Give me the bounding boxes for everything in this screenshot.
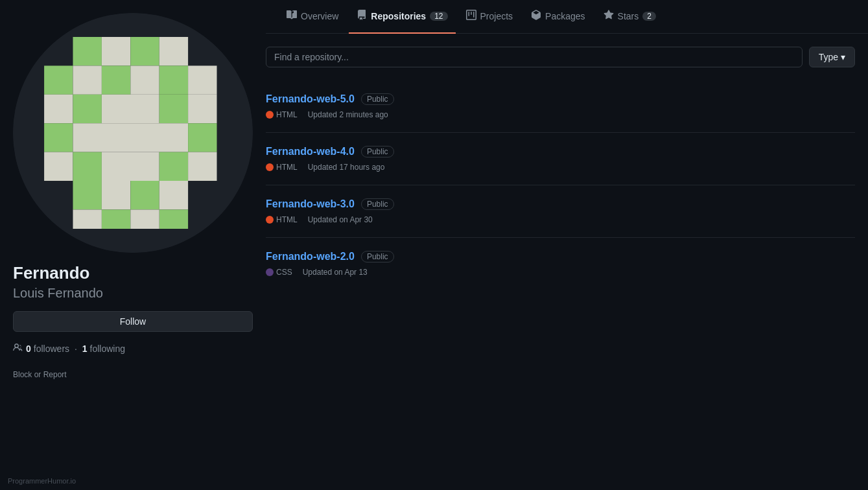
search-input[interactable] xyxy=(266,47,803,67)
repo-name[interactable]: Fernando-web-2.0 xyxy=(266,251,355,262)
svg-rect-19 xyxy=(44,152,73,181)
svg-rect-29 xyxy=(102,209,130,229)
repo-header: Fernando-web-4.0 Public xyxy=(266,146,855,158)
updated-time: Updated on Apr 30 xyxy=(308,215,373,224)
language-dot xyxy=(266,268,274,276)
tab-projects[interactable]: Projects xyxy=(458,0,521,34)
repositories-badge: 12 xyxy=(430,12,447,21)
repo-meta: HTML Updated 2 minutes ago xyxy=(266,110,855,119)
repository-list: Fernando-web-5.0 Public HTML Updated 2 m… xyxy=(266,80,855,290)
user-display-name: Fernando xyxy=(13,263,89,283)
svg-rect-7 xyxy=(102,65,130,94)
svg-rect-18 xyxy=(188,123,217,152)
repo-name[interactable]: Fernando-web-3.0 xyxy=(266,198,355,210)
chevron-down-icon: ▾ xyxy=(841,52,845,62)
type-filter-button[interactable]: Type ▾ xyxy=(809,47,855,67)
overview-icon xyxy=(287,10,297,22)
svg-rect-31 xyxy=(130,209,159,229)
svg-rect-8 xyxy=(130,65,159,94)
separator: · xyxy=(72,344,80,354)
language-dot xyxy=(266,111,274,119)
stars-icon xyxy=(604,10,614,22)
repo-header: Fernando-web-5.0 Public xyxy=(266,93,855,105)
repository-content: Type ▾ Fernando-web-5.0 Public HTML Upda… xyxy=(266,34,868,490)
svg-rect-21 xyxy=(102,152,159,181)
svg-rect-10 xyxy=(188,65,217,94)
tab-repositories-label: Repositories xyxy=(371,11,426,21)
svg-rect-23 xyxy=(188,152,217,181)
tab-overview-label: Overview xyxy=(301,11,338,21)
repo-header: Fernando-web-2.0 Public xyxy=(266,251,855,262)
followers-icon xyxy=(13,342,23,355)
tab-stars[interactable]: Stars 2 xyxy=(596,0,664,34)
svg-rect-22 xyxy=(159,152,188,181)
projects-icon xyxy=(466,10,476,22)
repo-item: Fernando-web-3.0 Public HTML Updated on … xyxy=(266,185,855,238)
following-label: following xyxy=(90,344,125,354)
language-name: HTML xyxy=(276,215,298,224)
repo-name[interactable]: Fernando-web-4.0 xyxy=(266,146,355,158)
stars-badge: 2 xyxy=(642,12,656,21)
svg-rect-28 xyxy=(73,209,102,229)
repo-header: Fernando-web-3.0 Public xyxy=(266,198,855,210)
svg-rect-15 xyxy=(188,95,217,123)
visibility-badge: Public xyxy=(361,251,394,262)
svg-rect-30 xyxy=(159,209,188,229)
language-dot xyxy=(266,216,274,224)
svg-rect-4 xyxy=(159,37,188,65)
repo-item: Fernando-web-5.0 Public HTML Updated 2 m… xyxy=(266,80,855,133)
visibility-badge: Public xyxy=(361,198,394,210)
language-item: HTML xyxy=(266,163,298,172)
sidebar: Fernando Louis Fernando Follow 0 followe… xyxy=(0,0,266,490)
block-report-link[interactable]: Block or Report xyxy=(13,370,67,379)
tab-stars-label: Stars xyxy=(618,11,639,21)
tab-packages-label: Packages xyxy=(545,11,585,21)
svg-rect-27 xyxy=(159,181,188,209)
repo-meta: HTML Updated on Apr 30 xyxy=(266,215,855,224)
svg-rect-2 xyxy=(102,37,130,65)
follow-button[interactable]: Follow xyxy=(13,311,253,332)
language-item: CSS xyxy=(266,268,292,277)
visibility-badge: Public xyxy=(361,93,394,105)
main-content: Overview Repositories 12 Projects xyxy=(266,0,868,490)
svg-rect-1 xyxy=(73,37,102,65)
repo-name[interactable]: Fernando-web-5.0 xyxy=(266,93,355,105)
tab-overview[interactable]: Overview xyxy=(279,0,346,34)
user-username: Louis Fernando xyxy=(13,286,103,301)
language-item: HTML xyxy=(266,110,298,119)
visibility-badge: Public xyxy=(361,146,394,158)
tab-repositories[interactable]: Repositories 12 xyxy=(349,0,455,34)
followers-row: 0 followers · 1 following xyxy=(13,342,125,355)
updated-time: Updated 17 hours ago xyxy=(308,163,385,172)
updated-time: Updated 2 minutes ago xyxy=(308,110,388,119)
following-count: 1 xyxy=(82,344,88,354)
svg-rect-6 xyxy=(73,65,102,94)
language-name: HTML xyxy=(276,163,298,172)
watermark-label: ProgrammerHumor.io xyxy=(8,477,76,485)
language-dot xyxy=(266,163,274,171)
svg-rect-3 xyxy=(130,37,159,65)
svg-rect-26 xyxy=(130,181,159,209)
svg-rect-25 xyxy=(102,181,130,209)
svg-rect-17 xyxy=(73,123,189,152)
svg-rect-12 xyxy=(73,95,102,123)
type-filter-label: Type xyxy=(819,52,838,62)
svg-rect-14 xyxy=(159,95,188,123)
repo-meta: HTML Updated 17 hours ago xyxy=(266,163,855,172)
repo-item: Fernando-web-4.0 Public HTML Updated 17 … xyxy=(266,133,855,185)
repo-meta: CSS Updated on Apr 13 xyxy=(266,268,855,277)
search-filter-row: Type ▾ xyxy=(266,47,855,67)
repositories-icon xyxy=(357,10,367,22)
tab-projects-label: Projects xyxy=(480,11,513,21)
tab-navigation: Overview Repositories 12 Projects xyxy=(266,0,868,34)
svg-rect-20 xyxy=(73,152,102,181)
repo-item: Fernando-web-2.0 Public CSS Updated on A… xyxy=(266,238,855,290)
svg-rect-13 xyxy=(102,95,159,123)
language-name: HTML xyxy=(276,110,298,119)
svg-rect-9 xyxy=(159,65,188,94)
svg-rect-5 xyxy=(44,65,73,94)
language-item: HTML xyxy=(266,215,298,224)
packages-icon xyxy=(531,10,541,22)
tab-packages[interactable]: Packages xyxy=(523,0,592,34)
language-name: CSS xyxy=(276,268,292,277)
